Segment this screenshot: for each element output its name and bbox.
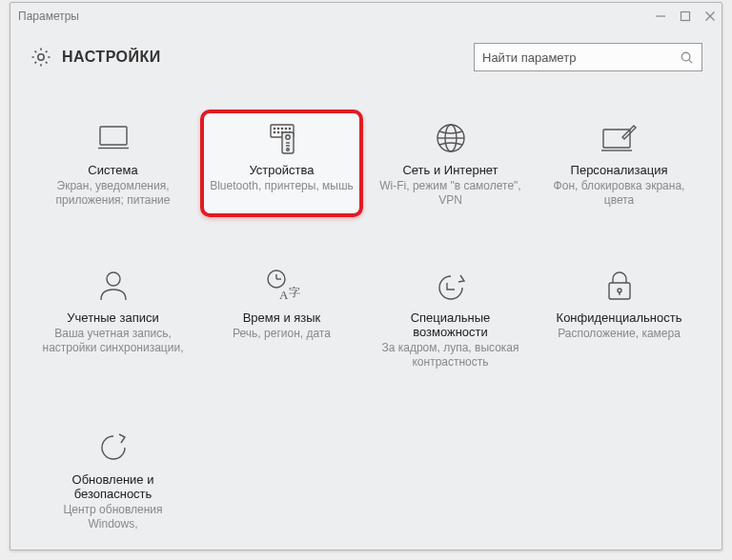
search-input[interactable]: Найти параметр [474, 43, 702, 71]
svg-text:A: A [279, 288, 289, 302]
tile-title: Специальные возможности [376, 310, 524, 339]
tile-accessibility[interactable]: Специальные возможности За кадром, лупа,… [369, 257, 532, 379]
tile-subtitle: За кадром, лупа, высокая контрастность [376, 341, 524, 370]
tile-privacy[interactable]: Конфиденциальность Расположение, камера [538, 257, 701, 379]
globe-icon [430, 119, 472, 157]
svg-point-14 [289, 128, 290, 129]
titlebar: Параметры [10, 3, 722, 30]
tile-network[interactable]: Сеть и Интернет Wi-Fi, режим "в самолете… [369, 110, 532, 217]
tile-title: Обновление и безопасность [39, 472, 187, 501]
svg-point-16 [277, 131, 278, 132]
maximize-button[interactable] [680, 10, 691, 22]
tile-subtitle: Речь, регион, дата [233, 327, 331, 341]
settings-window: Параметры НАСТРОЙКИ Найти парамет [10, 2, 722, 550]
svg-point-11 [277, 128, 278, 129]
svg-point-15 [274, 131, 274, 132]
tile-system[interactable]: Система Экран, уведомления, приложения; … [31, 110, 194, 217]
tiles-grid: Система Экран, уведомления, приложения; … [10, 85, 722, 550]
tile-subtitle: Ваша учетная запись, настройки синхрониз… [39, 327, 187, 355]
update-icon [92, 429, 134, 467]
tile-time-language[interactable]: A 字 Время и язык Речь, регион, дата [200, 257, 363, 379]
search-placeholder: Найти параметр [482, 50, 680, 65]
page-title: НАСТРОЙКИ [62, 49, 161, 66]
tile-title: Время и язык [243, 310, 321, 325]
svg-rect-28 [603, 130, 630, 148]
svg-point-10 [274, 128, 274, 129]
tile-title: Персонализация [571, 163, 668, 177]
tile-subtitle: Расположение, камера [558, 327, 681, 341]
devices-icon [261, 119, 303, 157]
tile-subtitle: Wi-Fi, режим "в самолете", VPN [376, 179, 524, 208]
window-title: Параметры [18, 10, 79, 23]
tile-title: Учетные записи [67, 310, 158, 325]
svg-text:字: 字 [289, 286, 300, 299]
window-controls [655, 10, 716, 22]
tile-devices[interactable]: Устройства Bluetooth, принтеры, мышь [200, 110, 363, 217]
lock-icon [599, 267, 640, 305]
tile-subtitle: Центр обновления Windows, [39, 503, 187, 531]
display-icon [92, 119, 134, 157]
accessibility-icon [430, 267, 472, 305]
svg-line-6 [689, 59, 692, 62]
tile-personalization[interactable]: Персонализация Фон, блокировка экрана, ц… [538, 110, 701, 217]
svg-point-4 [38, 54, 44, 60]
svg-point-5 [681, 52, 690, 61]
personalization-icon [599, 119, 640, 157]
tile-subtitle: Bluetooth, принтеры, мышь [210, 179, 354, 193]
tile-subtitle: Фон, блокировка экрана, цвета [545, 179, 693, 208]
svg-rect-36 [609, 283, 630, 299]
tile-title: Сеть и Интернет [402, 163, 498, 177]
svg-point-37 [618, 289, 621, 292]
svg-rect-1 [681, 12, 690, 21]
tile-subtitle: Экран, уведомления, приложения; питание [39, 179, 187, 208]
tile-accounts[interactable]: Учетные записи Ваша учетная запись, наст… [31, 257, 194, 379]
svg-point-30 [107, 272, 120, 286]
tile-title: Устройства [249, 163, 314, 177]
close-button[interactable] [704, 10, 716, 22]
time-language-icon: A 字 [261, 267, 303, 305]
search-icon [680, 50, 694, 65]
gear-icon [30, 46, 52, 69]
tile-title: Конфиденциальность [557, 310, 682, 325]
minimize-button[interactable] [655, 10, 666, 22]
header: НАСТРОЙКИ Найти параметр [10, 30, 722, 85]
person-icon [92, 267, 134, 305]
tile-update[interactable]: Обновление и безопасность Центр обновлен… [31, 419, 194, 541]
svg-rect-7 [100, 127, 127, 145]
svg-point-13 [285, 128, 286, 129]
header-left: НАСТРОЙКИ [30, 46, 161, 69]
tile-title: Система [88, 163, 137, 177]
svg-point-12 [281, 128, 282, 129]
